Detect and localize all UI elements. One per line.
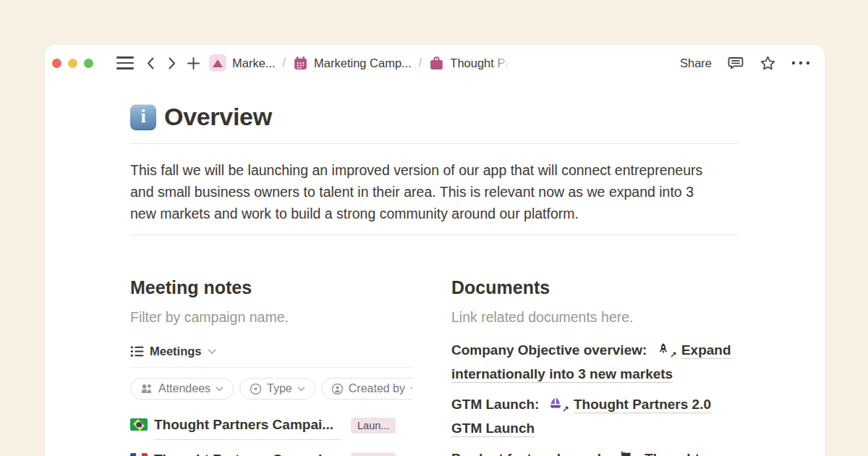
document-item: GTM Launch: ↗ Thought Partners xyxy=(451,392,730,440)
breadcrumb-label: Marke... xyxy=(232,56,276,70)
meeting-notes-section: Meeting notes Filter by campaign name. xyxy=(130,276,412,456)
divider xyxy=(130,367,412,368)
plus-icon xyxy=(187,56,200,70)
breadcrumb-label: Marketing Camp... xyxy=(314,56,412,70)
meetings-table: Thought Partners Campai... Laun... Thoug… xyxy=(130,412,412,456)
black-flag-icon: ↗ xyxy=(619,451,634,456)
document-label: Product feature Launch: xyxy=(451,451,610,456)
close-window-button[interactable] xyxy=(52,59,61,68)
calendar-icon xyxy=(293,56,308,71)
document-label: GTM Launch: xyxy=(451,397,539,412)
filter-chip-type[interactable]: Type xyxy=(239,378,315,400)
filter-bar: Attendees xyxy=(130,378,412,400)
people-icon xyxy=(140,384,153,394)
meeting-page-title[interactable]: Thought Partners Campai... xyxy=(154,417,341,440)
document-item: Product feature Launch: ↗ Thought xyxy=(451,447,730,456)
breadcrumb-marketing-campaigns[interactable]: Marketing Camp... xyxy=(293,56,412,71)
more-options-button[interactable] xyxy=(791,61,810,65)
breadcrumb-label: Thought Pa xyxy=(450,56,511,70)
documents-section: Documents Link related documents here. C… xyxy=(451,276,730,456)
desktop-background: Marke... / xyxy=(0,0,868,456)
campaign-tag: Laun... xyxy=(351,452,396,456)
page-title: Overview xyxy=(164,103,272,131)
briefcase-icon xyxy=(429,56,444,71)
document-link[interactable]: Thought Partners 2.0 xyxy=(574,397,711,413)
documents-subtitle: Link related documents here. xyxy=(451,308,730,326)
forward-button[interactable] xyxy=(166,56,177,70)
two-column-layout: Meeting notes Filter by campaign name. xyxy=(130,276,738,456)
meeting-page-title[interactable]: Thought Partners Campai... xyxy=(154,452,341,456)
chevron-down-icon xyxy=(208,349,216,355)
chevron-right-icon xyxy=(166,56,177,70)
meeting-notes-heading: Meeting notes xyxy=(130,276,412,299)
document-label: Company Objective overview: xyxy=(451,342,647,358)
fullscreen-window-button[interactable] xyxy=(84,59,93,68)
brazil-flag-icon xyxy=(130,418,148,431)
meeting-notes-subtitle: Filter by campaign name. xyxy=(130,308,412,326)
share-button[interactable]: Share xyxy=(680,56,712,70)
chevron-down-icon xyxy=(297,387,305,392)
traffic-lights xyxy=(52,59,93,68)
rocket-icon: ↗ xyxy=(656,342,671,357)
sailboat-icon: ↗ xyxy=(548,397,563,411)
chevron-left-icon xyxy=(145,56,156,70)
person-circle-icon xyxy=(331,383,344,395)
filter-chip-label: Type xyxy=(267,382,292,395)
divider xyxy=(130,143,738,144)
back-button[interactable] xyxy=(145,56,156,70)
filter-chip-created-by[interactable]: Created by xyxy=(321,378,412,400)
breadcrumb-workspace[interactable]: Marke... xyxy=(209,54,276,72)
document-item: Company Objective overview: ↗ xyxy=(451,338,730,386)
table-row[interactable]: Thought Partners Campai... Laun... xyxy=(130,447,412,456)
documents-heading: Documents xyxy=(451,276,730,299)
document-link[interactable]: Thought xyxy=(644,451,699,456)
breadcrumb: Marke... / xyxy=(209,54,512,72)
new-page-button[interactable] xyxy=(187,56,200,70)
france-flag-icon xyxy=(130,453,148,456)
ellipsis-icon xyxy=(791,61,810,65)
workspace-triangle-icon xyxy=(209,54,226,72)
chevron-down-icon xyxy=(216,387,224,392)
breadcrumb-thought-partners[interactable]: Thought Pa xyxy=(429,56,511,71)
list-view-icon xyxy=(130,345,144,358)
filter-chip-label: Created by xyxy=(349,382,405,395)
document-link[interactable]: GTM Launch xyxy=(451,421,535,437)
select-dropdown-icon xyxy=(250,383,262,395)
titlebar-actions: Share xyxy=(680,55,810,72)
notion-window: Marke... / xyxy=(45,45,825,456)
divider xyxy=(130,235,738,235)
page-link-arrow-icon: ↗ xyxy=(670,351,677,360)
document-link[interactable]: internationally into 3 new markets xyxy=(451,366,673,383)
campaign-tag: Laun... xyxy=(351,418,396,434)
table-row[interactable]: Thought Partners Campai... Laun... xyxy=(130,412,412,440)
minimize-window-button[interactable] xyxy=(68,59,77,68)
breadcrumb-separator: / xyxy=(419,56,422,69)
breadcrumb-separator: / xyxy=(283,56,286,69)
sidebar-menu-button[interactable] xyxy=(116,56,134,69)
page-content: i Overview This fall we will be launchin… xyxy=(45,103,825,456)
info-emoji-page-icon[interactable]: i xyxy=(130,104,156,130)
favorite-button[interactable] xyxy=(760,55,776,72)
page-title-row: i Overview xyxy=(130,103,738,131)
page-link-arrow-icon: ↗ xyxy=(562,405,569,414)
intro-paragraph: This fall we will be launching an improv… xyxy=(130,159,713,224)
filter-chip-label: Attendees xyxy=(158,382,210,395)
meetings-view-tab[interactable]: Meetings xyxy=(130,345,412,358)
star-icon xyxy=(760,55,776,72)
comments-button[interactable] xyxy=(727,56,744,71)
filter-chip-attendees[interactable]: Attendees xyxy=(130,378,234,400)
chevron-down-icon xyxy=(410,387,412,392)
view-tab-label: Meetings xyxy=(150,345,202,358)
comment-bubble-icon xyxy=(727,56,744,71)
window-titlebar: Marke... / xyxy=(45,45,825,77)
document-link[interactable]: Expand xyxy=(681,342,731,359)
